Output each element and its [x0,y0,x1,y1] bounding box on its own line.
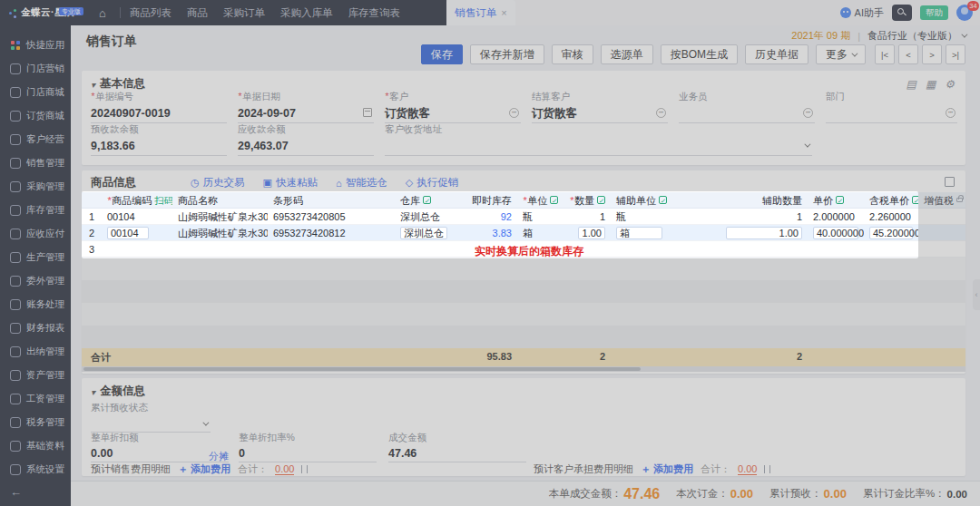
tab-close-icon[interactable] [501,7,506,18]
cell-name[interactable] [172,241,268,258]
sidebar-item-customer-ops[interactable]: 客户经营 [0,128,71,151]
table-row-1[interactable]: 1 00104 山姆弱碱性矿泉水300ml 6953273420805 深圳总仓… [82,209,965,225]
nav-tab-inventory-query[interactable]: 库存查询表 [348,6,401,20]
table-row-2-active[interactable]: 2 00104 山姆弱碱性矿泉水300ml 6953273420812 深圳总仓… [82,225,965,241]
basic-info-header[interactable]: 基本信息 [91,76,145,92]
discount-amount-input[interactable]: 0.00分摊 [91,444,229,462]
sidebar-item-tax-mgmt[interactable]: 税务管理 [0,411,71,434]
cell-tax-price[interactable]: 45.200000 [864,225,918,241]
batch-edit-icon[interactable] [659,196,667,204]
prev-record-button[interactable]: < [898,44,918,64]
settle-customer-input[interactable]: 订货散客 [532,103,668,123]
horizontal-scrollbar[interactable] [82,366,965,372]
cell-aux-unit[interactable]: 瓶 [611,209,688,225]
memo-icon[interactable] [926,78,936,91]
scan-button[interactable]: 扫码 [154,192,172,209]
order-date-input[interactable]: 2024-09-07 [238,103,374,123]
cell-qty[interactable]: 1.00 [561,225,611,241]
lookup-icon[interactable] [509,108,519,118]
calendar-icon[interactable] [363,108,372,117]
save-button[interactable]: 保存 [421,44,463,64]
lookup-icon[interactable] [803,108,813,118]
nav-tab-product-list[interactable]: 商品列表 [130,6,172,20]
audit-button[interactable]: 审核 [552,44,593,64]
sidebar-item-purchase-mgmt[interactable]: 采购管理 [0,175,71,199]
collapse-panel-handle[interactable] [973,279,980,310]
sidebar-item-system-settings[interactable]: 系统设置 [0,458,71,482]
next-record-button[interactable]: > [922,44,942,64]
sidebar-collapse-button[interactable] [10,485,22,499]
department-input[interactable] [826,103,957,123]
industry-selector[interactable]: 食品行业（专业版） [867,29,965,43]
add-sales-fee-button[interactable]: ＋ 添加费用 [178,462,230,476]
more-button[interactable]: 更多 [816,44,866,64]
help-button[interactable]: 帮助 [920,5,948,20]
sales-fee-total[interactable]: 0.00 [275,463,294,475]
cell-aux-qty[interactable] [688,241,808,258]
select-source-button[interactable]: 选源单 [601,44,653,64]
lookup-icon[interactable] [656,108,666,118]
customer-input[interactable]: 订货散客 [385,103,521,123]
cell-name[interactable]: 山姆弱碱性矿泉水300ml [172,209,268,225]
cell-qty[interactable]: 1 [561,209,611,225]
sidebar-item-store-marketing[interactable]: 门店营销 [0,57,71,81]
cell-tax-price[interactable] [864,241,918,258]
scrollbar-thumb[interactable] [83,367,641,371]
save-and-new-button[interactable]: 保存并新增 [470,44,544,64]
amount-info-header[interactable]: 金额信息 [91,384,145,399]
batch-edit-icon[interactable] [912,196,918,204]
generate-by-bom-button[interactable]: 按BOM生成 [661,44,738,64]
cell-unit[interactable]: 瓶 [517,209,561,225]
cell-aux-qty[interactable]: 1 [688,209,808,225]
brand-logo[interactable]: 金蝶云·星辰 专业版 [0,6,78,19]
sidebar-item-cashier-mgmt[interactable]: 出纳管理 [0,340,71,364]
last-record-button[interactable]: >| [946,44,965,64]
avatar[interactable]: 34 [956,5,973,21]
cell-price[interactable]: 40.000000 [808,225,864,241]
cell-aux-unit[interactable] [611,241,688,258]
cell-barcode[interactable]: 6953273420812 [268,225,395,241]
run-promotion-link[interactable]: 执行促销 [406,176,458,190]
sidebar-item-financial-reports[interactable]: 财务报表 [0,316,71,340]
salesman-input[interactable] [679,103,815,123]
batch-edit-icon[interactable] [836,196,844,204]
ai-assistant-button[interactable]: AI助手 [840,6,884,20]
expand-icon[interactable] [945,177,955,187]
batch-edit-icon[interactable] [597,196,605,204]
sidebar-item-accounting[interactable]: 账务处理 [0,293,71,316]
sidebar-item-sales-mgmt[interactable]: 销售管理 [0,151,71,175]
cell-price[interactable] [808,241,864,258]
fee-detail-icon[interactable] [301,465,308,473]
cell-stock-link[interactable]: 3.83 [465,225,517,241]
cell-code[interactable]: 00104 [102,225,172,241]
smart-warehouse-link[interactable]: 智能选仓 [336,176,387,190]
batch-edit-icon[interactable] [550,196,558,204]
history-documents-button[interactable]: 历史单据 [745,44,808,64]
customer-fee-total[interactable]: 0.00 [738,463,757,475]
cell-aux-qty[interactable]: 1.00 [688,225,808,241]
sidebar-item-quick-apps[interactable]: 快捷应用 [0,34,71,57]
keyboard-icon[interactable] [906,78,916,91]
sidebar-item-base-data[interactable]: 基础资料 [0,434,71,458]
cell-price[interactable]: 2.000000 [808,209,864,225]
sidebar-item-store-mall[interactable]: 门店商城 [0,81,71,104]
sidebar-item-inventory-mgmt[interactable]: 库存管理 [0,199,71,222]
search-button[interactable] [892,5,912,21]
discount-rate-input[interactable]: 0 [239,444,377,462]
customer-address-select[interactable] [385,136,812,156]
cell-tax-price[interactable]: 2.260000 [864,209,918,225]
cell-barcode[interactable]: 6953273420805 [268,209,395,225]
nav-tab-product[interactable]: 商品 [187,6,208,20]
cell-aux-unit[interactable]: 箱 [611,225,688,241]
sidebar-item-ar-ap[interactable]: 应收应付 [0,222,71,246]
order-no-input[interactable]: 20240907-0019 [91,103,227,123]
sidebar-item-production-mgmt[interactable]: 生产管理 [0,246,71,269]
fee-detail-icon[interactable] [764,465,770,473]
cell-warehouse[interactable]: 深圳总仓 [395,225,465,241]
nav-tab-purchase-order[interactable]: 采购订单 [223,6,265,20]
cell-barcode[interactable] [268,241,395,258]
cell-warehouse[interactable] [395,241,465,258]
first-record-button[interactable]: |< [875,44,895,64]
cell-warehouse[interactable]: 深圳总仓 [395,209,465,225]
batch-edit-icon[interactable] [423,196,431,204]
